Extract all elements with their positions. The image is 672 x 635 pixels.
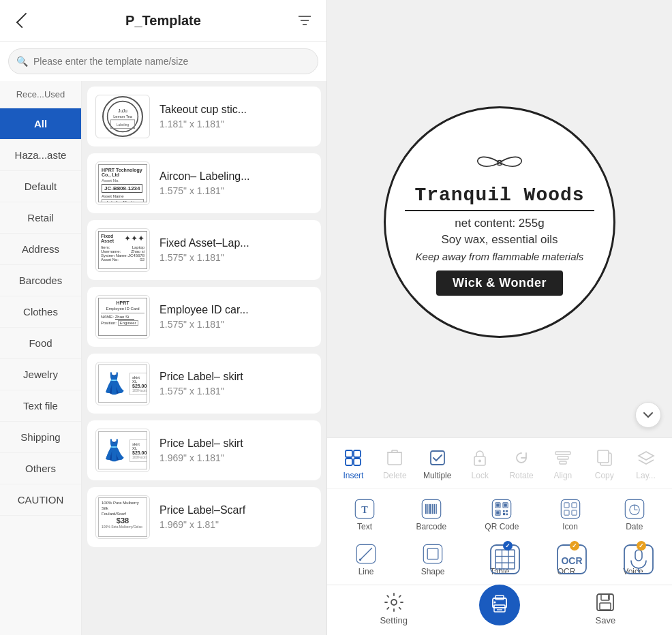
tool-lock[interactable]: Lock: [463, 445, 497, 483]
tool-barcode[interactable]: Barcode: [412, 496, 450, 534]
template-size-3: 1.575" x 1.181": [159, 252, 313, 263]
align-icon: [553, 448, 573, 468]
tool-delete[interactable]: Delete: [378, 445, 412, 483]
tool-align[interactable]: Align: [546, 445, 580, 483]
nav-setting[interactable]: Setting: [370, 592, 418, 625]
template-thumb-2: HPRT Technology Co., Ltd Asset No. JC-B8…: [95, 161, 150, 205]
sidebar-item-retail[interactable]: Retail: [0, 202, 81, 234]
svg-rect-45: [506, 510, 508, 512]
ocr-badge: ✓: [570, 541, 579, 551]
svg-point-22: [478, 460, 481, 463]
tool-date[interactable]: Date: [617, 496, 652, 534]
multiple-label: Multiple: [423, 471, 451, 480]
template-name-3: Fixed Asset–Lap...: [159, 237, 313, 249]
svg-rect-61: [427, 548, 438, 559]
template-info-2: Aircon– Labeling... 1.575" x 1.181": [159, 170, 313, 196]
svg-rect-30: [422, 499, 440, 518]
nav-print[interactable]: [476, 593, 523, 625]
filter-icon: [297, 13, 312, 28]
tool-table[interactable]: ✓ Table: [483, 541, 517, 579]
align-label: Align: [554, 471, 572, 480]
svg-line-58: [361, 548, 372, 560]
shape-icon: [423, 544, 443, 564]
template-card-2[interactable]: HPRT Technology Co., Ltd Asset No. JC-B8…: [87, 153, 321, 213]
nav-save[interactable]: Save: [581, 592, 629, 625]
template-size-7: 1.969" x 1.81": [159, 519, 313, 530]
sidebar-item-others[interactable]: Others: [0, 453, 81, 484]
rotate-icon: [511, 448, 532, 468]
template-name-4: Employee ID car...: [159, 304, 313, 316]
tool-voice[interactable]: ✓ Voice: [616, 541, 650, 579]
lock-label: Lock: [472, 471, 489, 480]
sidebar-item-barcodes[interactable]: Barcodes: [0, 265, 81, 296]
tool-qrcode[interactable]: QR Code: [480, 496, 523, 534]
sidebar-item-recently[interactable]: Rece...Used: [0, 81, 81, 108]
tool-ocr[interactable]: OCR ✓ OCR: [549, 541, 583, 579]
setting-label: Setting: [380, 615, 407, 625]
svg-text:Lemon Tea: Lemon Tea: [113, 114, 132, 119]
sidebar-item-hazaste[interactable]: Haza...aste: [0, 140, 81, 171]
tool-layer[interactable]: Lay...: [629, 445, 663, 483]
search-input[interactable]: [8, 48, 318, 74]
svg-rect-33: [429, 504, 431, 514]
template-info-5: Price Label– skirt 1.575" x 1.181": [159, 371, 313, 397]
tool-icon[interactable]: Icon: [553, 496, 587, 534]
sidebar: Rece...Used All Haza...aste Default Reta…: [0, 81, 82, 635]
svg-rect-52: [572, 510, 577, 515]
svg-rect-23: [555, 452, 570, 454]
date-label: Date: [626, 522, 643, 531]
svg-rect-60: [423, 544, 442, 563]
svg-point-73: [391, 600, 397, 605]
save-icon: [595, 592, 615, 613]
sidebar-item-food[interactable]: Food: [0, 328, 81, 359]
template-card-6[interactable]: 👗 skirt XL $25.00 100%cotton Price Label…: [87, 420, 321, 480]
tool-insert[interactable]: Insert: [336, 445, 370, 483]
text-icon: T: [354, 499, 375, 519]
sidebar-item-jewelry[interactable]: Jewelry: [0, 359, 81, 390]
svg-text:OCR: OCR: [561, 555, 582, 566]
tool-copy[interactable]: Copy: [587, 445, 622, 483]
insert-label: Insert: [343, 471, 363, 480]
qrcode-icon: [491, 499, 512, 519]
line-icon: [356, 544, 376, 564]
sidebar-item-address[interactable]: Address: [0, 234, 81, 265]
sidebar-item-caution[interactable]: CAUTION: [0, 484, 81, 516]
filter-button[interactable]: [294, 10, 316, 31]
bottom-nav: Setting: [327, 585, 672, 635]
delete-label: Delete: [383, 471, 407, 480]
left-panel: P_Template 🔍 Rece...Used All Haza...aste…: [0, 0, 327, 635]
sidebar-item-shipping[interactable]: Shipping: [0, 422, 81, 453]
template-card-4[interactable]: HPRT Employee ID Card NAME: Zhao Si Posi…: [87, 287, 321, 347]
template-card-3[interactable]: Fixed Asset ✦✦✦ Item:Laptop Username:Zha…: [87, 220, 321, 280]
svg-rect-34: [431, 504, 432, 514]
table-badge: ✓: [503, 541, 513, 551]
template-card-1[interactable]: JuJu Lemon Tea Labeling Takeout cup stic…: [87, 87, 321, 146]
sidebar-item-default[interactable]: Default: [0, 171, 81, 202]
back-arrow-icon: [16, 13, 32, 29]
tool-shape[interactable]: Shape: [416, 541, 450, 579]
svg-rect-76: [494, 605, 505, 612]
svg-rect-32: [427, 504, 428, 514]
svg-rect-25: [560, 461, 566, 464]
svg-rect-63: [495, 550, 515, 569]
svg-point-59: [359, 559, 361, 561]
template-name-7: Price Label–Scarf: [159, 504, 313, 516]
back-button[interactable]: [11, 10, 33, 31]
insert-row-1: T Text Barcode: [327, 492, 672, 537]
sidebar-item-textfile[interactable]: Text file: [0, 390, 81, 422]
tool-line[interactable]: Line: [349, 541, 383, 579]
sidebar-item-all[interactable]: All: [0, 108, 81, 140]
tool-rotate[interactable]: Rotate: [504, 445, 538, 483]
icon-label: Icon: [562, 522, 578, 531]
svg-text:T: T: [361, 504, 368, 515]
template-card-5[interactable]: 👗 skirt XL $25.00 100%cotton Price Label…: [87, 354, 321, 414]
collapse-button[interactable]: [635, 402, 661, 428]
sidebar-item-clothes[interactable]: Clothes: [0, 296, 81, 328]
lock-icon: [470, 448, 490, 468]
template-card-7[interactable]: 100% Pure Mulberry SilkFoulard/Scarf $38…: [87, 487, 321, 547]
svg-rect-31: [425, 504, 427, 514]
template-thumb-7: 100% Pure Mulberry SilkFoulard/Scarf $38…: [95, 495, 150, 539]
svg-point-79: [493, 601, 495, 603]
tool-multiple[interactable]: Multiple: [419, 445, 455, 483]
tool-text[interactable]: T Text: [348, 496, 382, 534]
